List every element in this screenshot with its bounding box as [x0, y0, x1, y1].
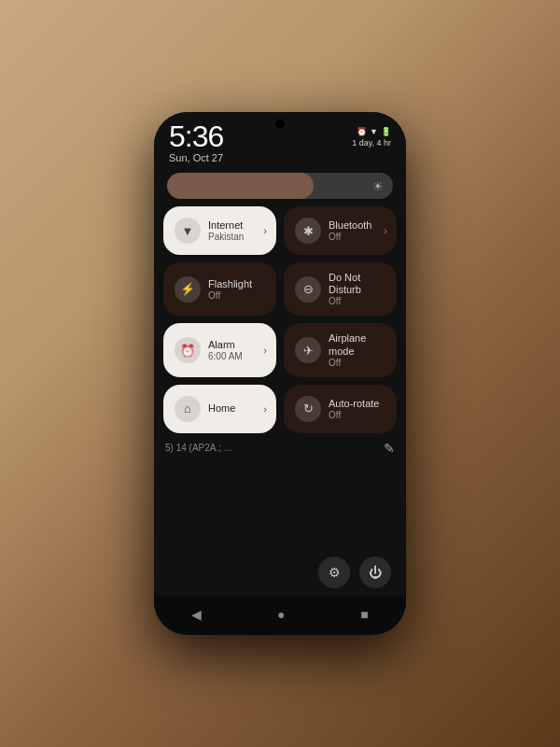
tile-autorotate-label: Auto-rotate — [329, 398, 379, 410]
tile-bluetooth-arrow: › — [384, 225, 387, 236]
device-row: 5) 14 (AP2A.; ... ✎ — [154, 433, 406, 459]
tile-autorotate[interactable]: ↻ Auto-rotate Off — [284, 385, 397, 433]
tile-home-icon: ⌂ — [175, 396, 201, 422]
tile-alarm-icon: ⏰ — [175, 337, 201, 363]
tile-home-label: Home — [208, 402, 235, 415]
brightness-icon: ☀ — [372, 179, 384, 193]
tile-bluetooth[interactable]: ✱ Bluetooth Off › — [284, 206, 397, 255]
brightness-bar[interactable]: ☀ — [167, 173, 393, 199]
tile-dnd-text: Do Not Disturb Off — [329, 272, 385, 306]
alarm-status-icon: ⏰ — [357, 127, 367, 136]
tile-airplane-sub: Off — [329, 358, 385, 368]
tile-internet-arrow: › — [263, 225, 267, 236]
tile-airplane-text: Airplane mode Off — [329, 332, 385, 367]
tile-flashlight-text: Flashlight Off — [208, 278, 252, 301]
clock: 5:36 — [169, 121, 223, 151]
battery-icon: 🔋 — [381, 127, 391, 136]
tile-alarm-text: Alarm 6:00 AM — [208, 339, 243, 361]
brightness-fill — [167, 173, 314, 199]
tile-home-text: Home — [208, 402, 235, 415]
recents-button[interactable]: ■ — [360, 607, 368, 622]
brightness-row: ☀ — [154, 167, 406, 206]
power-icon: ⏻ — [369, 565, 382, 580]
tile-internet[interactable]: ▼ Internet Pakistan › — [163, 206, 276, 255]
back-button[interactable]: ◀ — [191, 607, 202, 622]
settings-icon: ⚙ — [329, 565, 341, 580]
tile-alarm-label: Alarm — [208, 339, 243, 351]
tile-flashlight-label: Flashlight — [208, 278, 252, 290]
tile-autorotate-sub: Off — [329, 410, 379, 420]
tile-alarm-arrow: › — [263, 345, 267, 356]
settings-button[interactable]: ⚙ — [318, 557, 350, 588]
edit-icon[interactable]: ✎ — [384, 441, 395, 456]
tile-internet-sub: Pakistan — [208, 232, 244, 242]
tile-autorotate-icon: ↻ — [295, 396, 321, 422]
device-info-text: 5) 14 (AP2A.; ... — [165, 443, 231, 453]
power-button[interactable]: ⏻ — [359, 557, 391, 588]
tile-flashlight-icon: ⚡ — [175, 276, 201, 303]
screen-spacer — [154, 459, 406, 549]
tile-airplane-label: Airplane mode — [329, 332, 385, 357]
tile-bluetooth-icon: ✱ — [295, 218, 321, 244]
date: Sun, Oct 27 — [169, 152, 223, 163]
tile-home-arrow: › — [263, 403, 267, 415]
tile-internet-icon: ▼ — [175, 218, 201, 244]
tile-bluetooth-sub: Off — [329, 232, 371, 242]
tile-dnd-label: Do Not Disturb — [329, 272, 385, 296]
tile-flashlight-sub: Off — [208, 290, 252, 301]
bottom-icons: ⚙ ⏻ — [154, 549, 406, 596]
tile-home[interactable]: ⌂ Home › — [163, 385, 276, 433]
tile-bluetooth-text: Bluetooth Off — [329, 219, 371, 242]
phone: 5:36 Sun, Oct 27 ⏰ ▼ 🔋 1 day, 4 hr ☀ — [154, 112, 406, 635]
home-button[interactable]: ● — [277, 607, 285, 622]
quick-settings-grid: ▼ Internet Pakistan › ✱ Bluetooth Off › … — [154, 206, 406, 433]
tile-flashlight[interactable]: ⚡ Flashlight Off — [163, 262, 276, 316]
tile-dnd[interactable]: ⊖ Do Not Disturb Off — [284, 262, 397, 316]
battery-text: 1 day, 4 hr — [352, 138, 391, 148]
tile-internet-label: Internet — [208, 219, 244, 232]
tile-bluetooth-label: Bluetooth — [329, 219, 371, 232]
tile-alarm[interactable]: ⏰ Alarm 6:00 AM › — [163, 323, 276, 376]
tile-alarm-sub: 6:00 AM — [208, 351, 243, 361]
camera-hole — [275, 120, 285, 129]
tile-autorotate-text: Auto-rotate Off — [329, 398, 379, 420]
wifi-icon: ▼ — [370, 127, 378, 136]
tile-airplane[interactable]: ✈ Airplane mode Off — [284, 323, 397, 376]
tile-airplane-icon: ✈ — [295, 337, 321, 363]
tile-dnd-icon: ⊖ — [295, 276, 321, 303]
tile-dnd-sub: Off — [329, 296, 385, 306]
nav-bar: ◀ ● ■ — [154, 596, 406, 635]
tile-internet-text: Internet Pakistan — [208, 219, 244, 242]
status-icons: ⏰ ▼ 🔋 1 day, 4 hr — [352, 127, 391, 148]
screen: 5:36 Sun, Oct 27 ⏰ ▼ 🔋 1 day, 4 hr ☀ — [154, 112, 406, 596]
